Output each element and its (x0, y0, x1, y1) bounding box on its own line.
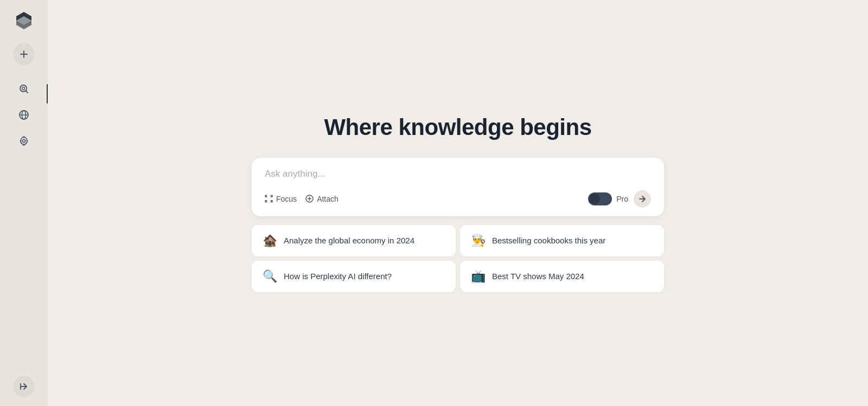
pro-label: Pro (616, 195, 628, 203)
sidebar-item-search[interactable] (13, 78, 35, 100)
suggestions-grid: 🏚️Analyze the global economy in 2024👨‍🍳B… (252, 225, 664, 292)
suggestion-text: Bestselling cookbooks this year (492, 236, 605, 245)
pro-toggle[interactable]: Pro (588, 192, 628, 205)
suggestion-card[interactable]: 📺Best TV shows May 2024 (460, 261, 664, 292)
submit-button[interactable] (634, 190, 651, 208)
sidebar-bottom (13, 376, 35, 397)
toolbar-left: Focus Attach (265, 195, 339, 203)
sidebar-nav (13, 78, 35, 376)
suggestion-card[interactable]: 👨‍🍳Bestselling cookbooks this year (460, 225, 664, 256)
attach-label: Attach (317, 195, 339, 203)
main-content: Where knowledge begins Focus (48, 0, 868, 406)
sidebar (0, 0, 48, 406)
search-toolbar: Focus Attach Pro (265, 190, 651, 208)
search-input[interactable] (265, 169, 651, 188)
suggestion-text: Best TV shows May 2024 (492, 272, 584, 281)
hero-title: Where knowledge begins (324, 114, 591, 140)
suggestion-emoji: 🔍 (263, 269, 277, 283)
submit-icon (639, 195, 646, 203)
svg-point-4 (23, 140, 25, 143)
suggestion-emoji: 👨‍🍳 (471, 234, 486, 248)
svg-point-1 (22, 87, 25, 90)
attach-button[interactable]: Attach (305, 195, 339, 203)
logo[interactable] (12, 9, 36, 33)
suggestion-text: How is Perplexity AI different? (284, 272, 392, 281)
focus-icon (265, 195, 273, 203)
suggestion-card[interactable]: 🏚️Analyze the global economy in 2024 (252, 225, 456, 256)
sidebar-item-assistant[interactable] (13, 130, 35, 152)
focus-label: Focus (276, 195, 297, 203)
sidebar-item-discover[interactable] (13, 104, 35, 126)
attach-icon (305, 195, 314, 203)
sidebar-divider (47, 84, 48, 104)
expand-sidebar-button[interactable] (13, 376, 35, 397)
suggestion-emoji: 🏚️ (263, 234, 277, 248)
search-box: Focus Attach Pro (252, 158, 664, 216)
toggle-thumb (589, 194, 600, 204)
suggestion-emoji: 📺 (471, 269, 486, 283)
focus-button[interactable]: Focus (265, 195, 297, 203)
toggle-track[interactable] (588, 192, 612, 205)
toolbar-right: Pro (588, 190, 651, 208)
suggestion-card[interactable]: 🔍How is Perplexity AI different? (252, 261, 456, 292)
new-thread-button[interactable] (13, 43, 35, 65)
suggestion-text: Analyze the global economy in 2024 (284, 236, 414, 245)
